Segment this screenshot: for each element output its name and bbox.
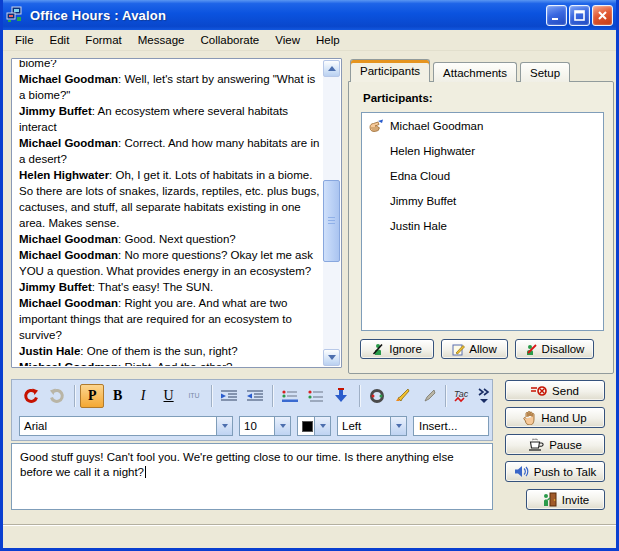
speaker-icon: [514, 465, 529, 478]
invite-button[interactable]: Invite: [526, 489, 605, 510]
format-toolbar: P B I U ITU: [11, 379, 493, 441]
disallow-button[interactable]: Disallow: [515, 339, 594, 359]
app-icon: [6, 6, 24, 24]
tab-setup[interactable]: Setup: [520, 62, 570, 82]
push-to-talk-button[interactable]: Push to Talk: [505, 461, 605, 482]
paragraph-label: P: [88, 388, 97, 404]
bold-label: B: [113, 388, 122, 404]
color-swatch: [302, 421, 313, 432]
scroll-down-icon[interactable]: [323, 349, 340, 366]
alignment-select[interactable]: Left: [337, 416, 407, 436]
participant-name: Michael Goodman: [390, 120, 483, 132]
font-size-value: 10: [240, 420, 257, 432]
menu-file[interactable]: File: [7, 32, 42, 48]
menu-edit[interactable]: Edit: [42, 32, 78, 48]
participant-row[interactable]: Edna Cloud: [362, 163, 603, 188]
bold-button[interactable]: B: [105, 384, 129, 408]
plain-text-button[interactable]: ITU: [182, 384, 206, 408]
window-title: Office Hours : Avalon: [30, 8, 166, 23]
maximize-button[interactable]: [569, 5, 590, 26]
disallow-label: Disallow: [542, 343, 585, 355]
send-label: Send: [552, 385, 579, 397]
spellcheck-icon[interactable]: Tac: [451, 384, 475, 408]
chevron-down-icon[interactable]: [314, 417, 330, 435]
underline-label: U: [164, 388, 174, 404]
menu-collaborate[interactable]: Collaborate: [192, 32, 267, 48]
move-down-icon[interactable]: [329, 384, 353, 408]
hand-up-button[interactable]: Hand Up: [505, 407, 605, 428]
undo-icon[interactable]: [19, 384, 43, 408]
pen-icon[interactable]: [416, 384, 440, 408]
invite-label: Invite: [562, 494, 590, 506]
text-caret: [145, 466, 146, 478]
chat-message: Helen Highwater: Oh, I get it. Lots of h…: [19, 167, 320, 231]
redo-icon[interactable]: [44, 384, 68, 408]
underline-button[interactable]: U: [156, 384, 180, 408]
participant-name: Helen Highwater: [390, 145, 475, 157]
transcript-scrollbar[interactable]: [323, 60, 340, 366]
toolbar-separator: [445, 385, 446, 407]
menu-view[interactable]: View: [267, 32, 308, 48]
speaking-hand-icon: [368, 119, 384, 132]
paragraph-style-button[interactable]: P: [80, 384, 104, 408]
participants-list[interactable]: Michael GoodmanHelen HighwaterEdna Cloud…: [361, 112, 604, 331]
chevron-down-icon[interactable]: [390, 417, 406, 435]
chevron-down-icon[interactable]: [274, 417, 290, 435]
font-size-select[interactable]: 10: [239, 416, 291, 436]
tab-attachments[interactable]: Attachments: [433, 62, 517, 82]
chat-message: Michael Goodman: Well, let's start by an…: [19, 71, 320, 103]
close-button[interactable]: [592, 5, 613, 26]
send-button[interactable]: Send: [505, 380, 605, 401]
font-color-select[interactable]: [297, 416, 331, 436]
format-toolbar-row1: P B I U ITU: [12, 381, 492, 410]
italic-button[interactable]: I: [131, 384, 155, 408]
chat-transcript: biome?Michael Goodman: Well, let's start…: [11, 58, 342, 368]
italic-label: I: [141, 388, 146, 404]
minimize-button[interactable]: [546, 5, 567, 26]
chat-message: Jimmy Buffet: That's easy! The SUN.: [19, 279, 320, 295]
chat-messages: biome?Michael Goodman: Well, let's start…: [13, 60, 323, 366]
push-to-talk-label: Push to Talk: [534, 466, 596, 478]
application-window: Office Hours : Avalon FileEditFormatMess…: [0, 0, 619, 551]
chat-message: Michael Goodman: Right you are. And what…: [19, 295, 320, 343]
participant-row[interactable]: Michael Goodman: [362, 113, 603, 138]
toolbar-separator: [74, 385, 75, 407]
participant-row[interactable]: Justin Hale: [362, 213, 603, 238]
hand-icon: [523, 411, 536, 425]
pause-button[interactable]: Pause: [505, 434, 605, 455]
list-icon[interactable]: [304, 384, 328, 408]
ignore-button[interactable]: Ignore: [360, 339, 434, 359]
scroll-up-icon[interactable]: [323, 60, 340, 77]
alignment-value: Left: [338, 420, 361, 432]
allow-button[interactable]: Allow: [441, 339, 508, 359]
insert-placeholder: Insert...: [419, 420, 457, 432]
highlight-pen-icon[interactable]: [390, 384, 414, 408]
wheel-icon[interactable]: [365, 384, 389, 408]
send-icon: [531, 385, 547, 397]
scroll-thumb[interactable]: [323, 180, 340, 262]
menu-help[interactable]: Help: [308, 32, 348, 48]
disallow-person-icon: [525, 343, 538, 356]
message-input[interactable]: Good stuff guys! Can't fool you. We're g…: [11, 443, 493, 510]
svg-text:Tac: Tac: [454, 389, 469, 399]
participants-panel: Participants: Michael GoodmanHelen Highw…: [348, 81, 614, 374]
horizontal-rule-icon[interactable]: [278, 384, 302, 408]
chat-message: Justin Hale: One of them is the sun, rig…: [19, 343, 320, 359]
indent-increase-icon[interactable]: [217, 384, 241, 408]
indent-decrease-icon[interactable]: [243, 384, 267, 408]
menu-message[interactable]: Message: [130, 32, 193, 48]
chat-message: Jimmy Buffet: An ecosystem where several…: [19, 103, 320, 135]
participant-row[interactable]: Helen Highwater: [362, 138, 603, 163]
ignore-person-icon: [372, 343, 385, 356]
insert-field[interactable]: Insert...: [413, 416, 489, 436]
tab-participants[interactable]: Participants: [350, 59, 430, 82]
chevron-down-icon[interactable]: [216, 417, 232, 435]
ignore-label: Ignore: [389, 343, 422, 355]
menu-format[interactable]: Format: [77, 32, 129, 48]
chat-message: Michael Goodman: Good. Next question?: [19, 231, 320, 247]
title-bar[interactable]: Office Hours : Avalon: [0, 0, 619, 30]
font-family-select[interactable]: Arial: [19, 416, 233, 436]
hand-up-label: Hand Up: [541, 412, 586, 424]
participant-row[interactable]: Jimmy Buffet: [362, 188, 603, 213]
toolbar-overflow-icon[interactable]: [476, 384, 492, 408]
